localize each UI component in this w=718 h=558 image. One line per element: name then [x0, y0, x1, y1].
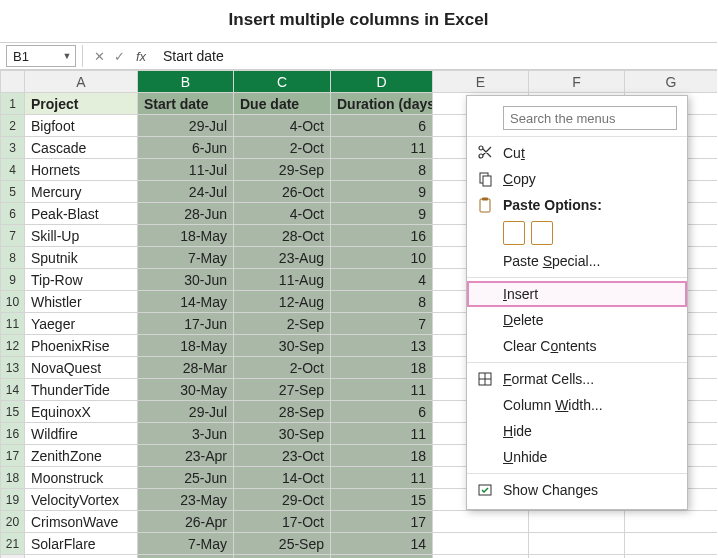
cell[interactable]: 29-Jul	[138, 401, 234, 423]
cell[interactable]: CrimsonWave	[25, 511, 138, 533]
chevron-down-icon[interactable]: ▼	[59, 46, 75, 66]
cell[interactable]	[529, 555, 625, 559]
cell[interactable]: 11-Aug	[234, 269, 331, 291]
column-header-B[interactable]: B	[138, 71, 234, 93]
cell[interactable]: 11	[331, 467, 433, 489]
cell[interactable]: 7	[331, 313, 433, 335]
cell[interactable]	[331, 555, 433, 559]
cell[interactable]: 17	[331, 511, 433, 533]
cell[interactable]: 18	[331, 357, 433, 379]
cell[interactable]	[529, 533, 625, 555]
cell[interactable]: 29-Oct	[234, 489, 331, 511]
cell[interactable]: Cascade	[25, 137, 138, 159]
cell[interactable]: SolarFlare	[25, 533, 138, 555]
row-header[interactable]: 18	[1, 467, 25, 489]
cell[interactable]: 29-Sep	[234, 159, 331, 181]
cell[interactable]	[433, 533, 529, 555]
cell[interactable]: 30-Sep	[234, 335, 331, 357]
cell[interactable]: 4-Oct	[234, 203, 331, 225]
row-header[interactable]: 4	[1, 159, 25, 181]
row-header[interactable]: 1	[1, 93, 25, 115]
cell[interactable]: 6-Jun	[138, 137, 234, 159]
cell[interactable]	[234, 555, 331, 559]
menu-delete[interactable]: Delete	[467, 307, 687, 333]
paste-keep-source-icon[interactable]	[531, 221, 553, 245]
cell[interactable]: 17-Oct	[234, 511, 331, 533]
row-header[interactable]: 8	[1, 247, 25, 269]
cell[interactable]: Due date	[234, 93, 331, 115]
row-header[interactable]: 22	[1, 555, 25, 559]
cell[interactable]: 4	[331, 269, 433, 291]
cell[interactable]: 17-Jun	[138, 313, 234, 335]
cell[interactable]: 24-Jul	[138, 181, 234, 203]
cell[interactable]: Skill-Up	[25, 225, 138, 247]
cell[interactable]: 28-Jun	[138, 203, 234, 225]
cell[interactable]: 8	[331, 159, 433, 181]
cell[interactable]: 10	[331, 247, 433, 269]
cell[interactable]: 8	[331, 291, 433, 313]
cell[interactable]: Duration (days)	[331, 93, 433, 115]
row-header[interactable]: 17	[1, 445, 25, 467]
cell[interactable]: 18-May	[138, 335, 234, 357]
cell[interactable]: 18-May	[138, 225, 234, 247]
row-header[interactable]: 7	[1, 225, 25, 247]
cell[interactable]: 7-May	[138, 247, 234, 269]
cell[interactable]: 23-Apr	[138, 445, 234, 467]
cell[interactable]: Start date	[138, 93, 234, 115]
cell[interactable]: 2-Oct	[234, 357, 331, 379]
cell[interactable]: Sputnik	[25, 247, 138, 269]
row-header[interactable]: 20	[1, 511, 25, 533]
cell[interactable]: 27-Sep	[234, 379, 331, 401]
cell[interactable]: 15	[331, 489, 433, 511]
column-header-A[interactable]: A	[25, 71, 138, 93]
cell[interactable]: Peak-Blast	[25, 203, 138, 225]
cell[interactable]	[625, 555, 718, 559]
cell[interactable]: 23-Oct	[234, 445, 331, 467]
menu-cut[interactable]: Cut	[467, 140, 687, 166]
paste-normal-icon[interactable]	[503, 221, 525, 245]
cancel-icon[interactable]: ✕	[89, 45, 109, 67]
cell[interactable]: 14-Oct	[234, 467, 331, 489]
menu-paste-special[interactable]: Paste Special...	[467, 248, 687, 274]
cell[interactable]: Project	[25, 93, 138, 115]
cell[interactable]: 14-May	[138, 291, 234, 313]
row-header[interactable]: 9	[1, 269, 25, 291]
row-header[interactable]: 16	[1, 423, 25, 445]
cell[interactable]: Tip-Row	[25, 269, 138, 291]
cell[interactable]	[433, 555, 529, 559]
cell[interactable]: 26-Oct	[234, 181, 331, 203]
menu-unhide[interactable]: Unhide	[467, 444, 687, 470]
cell[interactable]: 13	[331, 335, 433, 357]
cell[interactable]: 28-Mar	[138, 357, 234, 379]
fx-icon[interactable]: fx	[129, 49, 153, 64]
cell[interactable]: 28-Sep	[234, 401, 331, 423]
cell[interactable]: 14	[331, 533, 433, 555]
formula-bar[interactable]: Start date	[153, 48, 717, 64]
cell[interactable]	[625, 511, 718, 533]
cell[interactable]: 9	[331, 181, 433, 203]
cell[interactable]: 6	[331, 401, 433, 423]
row-header[interactable]: 15	[1, 401, 25, 423]
row-header[interactable]: 21	[1, 533, 25, 555]
cell[interactable]: 25-Jun	[138, 467, 234, 489]
column-header-F[interactable]: F	[529, 71, 625, 93]
cell[interactable]: Mercury	[25, 181, 138, 203]
cell[interactable]: 2-Sep	[234, 313, 331, 335]
row-header[interactable]: 12	[1, 335, 25, 357]
row-header[interactable]: 14	[1, 379, 25, 401]
row-header[interactable]: 2	[1, 115, 25, 137]
cell[interactable]: 30-May	[138, 379, 234, 401]
cell[interactable]: Hornets	[25, 159, 138, 181]
cell[interactable]: ZenithZone	[25, 445, 138, 467]
menu-hide[interactable]: Hide	[467, 418, 687, 444]
cell[interactable]: Yaeger	[25, 313, 138, 335]
cell[interactable]: 2-Oct	[234, 137, 331, 159]
cell[interactable]: 23-Aug	[234, 247, 331, 269]
menu-clear-contents[interactable]: Clear Contents	[467, 333, 687, 359]
cell[interactable]: ThunderTide	[25, 379, 138, 401]
menu-column-width[interactable]: Column Width...	[467, 392, 687, 418]
menu-copy[interactable]: Copy	[467, 166, 687, 192]
cell[interactable]: 16	[331, 225, 433, 247]
cell[interactable]: 7-May	[138, 533, 234, 555]
cell[interactable]: 9	[331, 203, 433, 225]
